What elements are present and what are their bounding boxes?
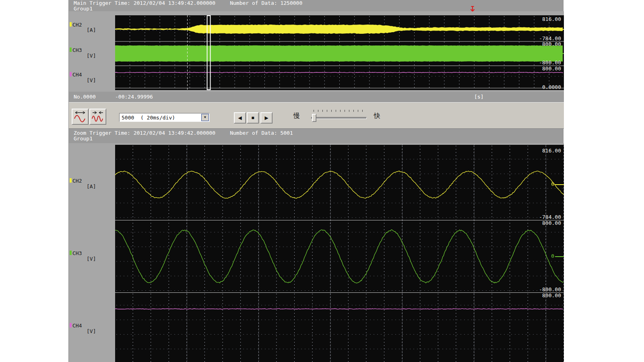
speed-slider-thumb[interactable] bbox=[312, 114, 316, 122]
main-ch3-unit: [V] bbox=[87, 53, 96, 58]
fast-label: 快 bbox=[374, 113, 380, 119]
main-data-count-label: Number of Data: 1250000 bbox=[230, 0, 302, 6]
play-backward-button[interactable]: ◀ bbox=[234, 112, 246, 123]
zoom-ch4-top-scale: 800.00 bbox=[542, 293, 561, 298]
time-unit-label: [s] bbox=[474, 92, 483, 102]
main-ch2-unit: [A] bbox=[87, 27, 96, 33]
main-waveform-panel: 816.00 CH2 [A] 0 -784.00 800.00 CH3 [V] … bbox=[69, 11, 564, 92]
play-forward-button[interactable]: ▶ bbox=[260, 112, 272, 123]
zoom-ch2-zero-label: 0 bbox=[551, 181, 554, 187]
zoom-ch2-zero-tick bbox=[555, 184, 564, 185]
zoom-ch3-unit: [V] bbox=[87, 256, 96, 261]
slow-label: 慢 bbox=[293, 113, 300, 119]
ch3-color-marker-icon bbox=[70, 47, 72, 52]
screen: Main Trigger Time: 2012/02/04 13:49:42.0… bbox=[0, 0, 644, 362]
record-length-value: 5000 ( 20ms/div) bbox=[120, 115, 201, 121]
main-ch3-zero-tick bbox=[555, 53, 564, 54]
zoom-ch4-color-marker-icon bbox=[70, 323, 72, 327]
main-group-label: Group1 bbox=[74, 6, 93, 12]
main-ch4-bottom-scale: 0.0000 bbox=[542, 84, 561, 90]
main-ch3-zero-label: 0 bbox=[551, 51, 554, 56]
main-ch2-name: CH2 bbox=[72, 22, 82, 27]
main-ch4-name: CH4 bbox=[72, 72, 82, 77]
zoom-waveform-plot[interactable] bbox=[115, 145, 564, 362]
zoom-ch2-color-marker-icon bbox=[70, 178, 72, 183]
zoom-ch4-unit: [V] bbox=[87, 329, 96, 334]
speed-slider[interactable] bbox=[311, 117, 367, 119]
zoom-ch3-name: CH3 bbox=[72, 251, 82, 256]
compress-wave-icon bbox=[91, 110, 105, 123]
wave-expand-button[interactable] bbox=[72, 109, 89, 125]
zoom-trigger-time-label: Zoom Trigger Time: 2012/02/04 13:49:42.0… bbox=[74, 130, 215, 136]
trigger-position-marker-icon[interactable] bbox=[469, 6, 476, 14]
main-waveform-plot[interactable] bbox=[115, 15, 564, 90]
ch4-color-marker-icon bbox=[70, 72, 72, 76]
record-length-dropdown[interactable]: 5000 ( 20ms/div) ▼ bbox=[119, 113, 210, 122]
wave-compress-button[interactable] bbox=[89, 109, 106, 125]
zoom-group-label: Group1 bbox=[74, 136, 93, 142]
slider-ticks bbox=[314, 110, 363, 112]
zoom-ch2-unit: [A] bbox=[87, 184, 96, 189]
main-status-bar: No.0000 -00:24.99996 [s] bbox=[69, 92, 564, 102]
toolbar: 5000 ( 20ms/div) ▼ ◀ ■ ▶ 慢 快 bbox=[69, 102, 564, 129]
zoom-ch3-color-marker-icon bbox=[70, 251, 72, 255]
zoom-waveform-panel: 816.00 CH2 [A] 0 -784.00 800.00 CH3 [V] … bbox=[69, 143, 564, 362]
stop-button[interactable]: ■ bbox=[247, 112, 259, 123]
main-ch3-top-scale: 800.00 bbox=[542, 41, 561, 47]
main-ch2-zero-tick bbox=[555, 29, 564, 30]
dropdown-arrow-button[interactable]: ▼ bbox=[201, 114, 209, 121]
record-number-label: No.0000 bbox=[74, 92, 96, 102]
main-ch3-bottom-scale: -800.00 bbox=[539, 60, 561, 65]
zoom-ch3-zero-label: 0 bbox=[551, 253, 554, 259]
ch2-color-marker-icon bbox=[70, 22, 72, 27]
zoom-ch3-top-scale: 800.00 bbox=[542, 220, 561, 226]
zoom-header: Zoom Trigger Time: 2012/02/04 13:49:42.0… bbox=[69, 129, 563, 143]
zoom-ch2-name: CH2 bbox=[72, 178, 82, 183]
main-trigger-time-label: Main Trigger Time: 2012/02/04 13:49:42.0… bbox=[74, 0, 215, 6]
stop-icon: ■ bbox=[251, 115, 254, 121]
main-ch2-zero-label: 0 bbox=[551, 27, 554, 32]
main-ch4-unit: [V] bbox=[87, 78, 96, 83]
zoom-ch3-zero-tick bbox=[555, 256, 564, 257]
main-ch2-top-scale: 816.00 bbox=[542, 16, 561, 22]
zoom-data-count-label: Number of Data: 5001 bbox=[230, 130, 293, 136]
waveform-viewer-app: Main Trigger Time: 2012/02/04 13:49:42.0… bbox=[68, 0, 564, 362]
main-ch3-name: CH3 bbox=[72, 47, 82, 53]
main-header: Main Trigger Time: 2012/02/04 13:49:42.0… bbox=[69, 0, 563, 11]
left-triangle-icon: ◀ bbox=[238, 115, 242, 121]
zoom-ch2-bottom-scale: -784.00 bbox=[539, 214, 561, 220]
main-ch4-top-scale: 800.00 bbox=[542, 66, 561, 71]
right-triangle-icon: ▶ bbox=[264, 115, 268, 121]
zoom-ch3-bottom-scale: -800.00 bbox=[539, 287, 561, 292]
zoom-ch4-name: CH4 bbox=[72, 323, 82, 328]
expand-wave-icon bbox=[73, 110, 87, 123]
record-time-label: -00:24.99996 bbox=[115, 92, 153, 102]
chevron-down-icon: ▼ bbox=[204, 116, 206, 119]
zoom-ch2-top-scale: 816.00 bbox=[542, 148, 561, 153]
main-ch2-bottom-scale: -784.00 bbox=[539, 36, 561, 41]
